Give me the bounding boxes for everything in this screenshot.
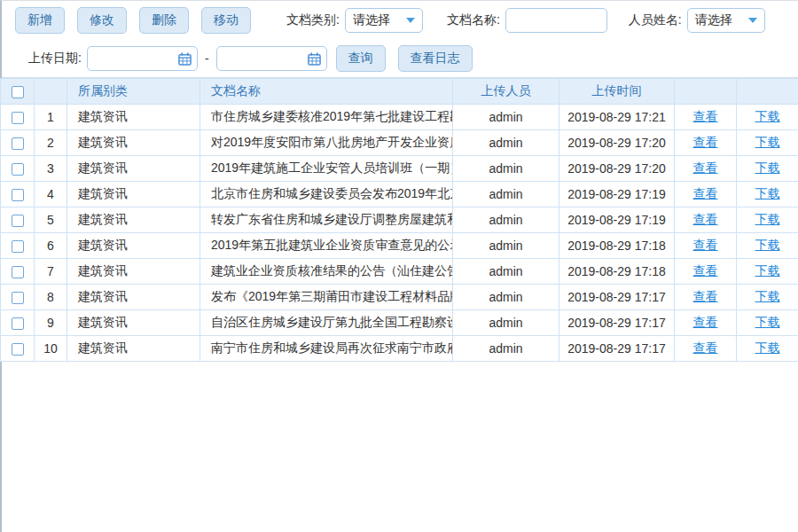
delete-button[interactable]: 删除 [139, 7, 189, 33]
row-index: 4 [35, 182, 67, 207]
row-index: 9 [35, 310, 67, 336]
row-category: 建筑资讯 [67, 285, 200, 310]
row-doc-name: 市住房城乡建委核准2019年第七批建设工程勘... [200, 105, 453, 130]
doc-category-label: 文档类别: [286, 12, 340, 28]
download-link[interactable]: 下载 [755, 186, 780, 200]
upload-date-to-field[interactable] [216, 46, 327, 71]
row-doc-name: 转发广东省住房和城乡建设厅调整房屋建筑和... [200, 207, 453, 233]
row-category: 建筑资讯 [67, 233, 200, 259]
row-index: 6 [35, 233, 67, 259]
upload-date-label: 上传日期: [28, 51, 82, 66]
row-upload-time: 2019-08-29 17:18 [559, 233, 675, 259]
header-category: 所属别类 [67, 79, 200, 105]
add-button[interactable]: 新增 [15, 7, 65, 33]
upload-date-from-field[interactable] [87, 46, 198, 71]
row-checkbox[interactable] [12, 317, 24, 330]
row-upload-time: 2019-08-29 17:19 [559, 207, 675, 233]
download-link[interactable]: 下载 [755, 263, 780, 278]
row-category: 建筑资讯 [67, 310, 200, 336]
row-checkbox[interactable] [12, 343, 24, 356]
row-checkbox[interactable] [12, 189, 24, 201]
upload-date-to-input[interactable] [224, 51, 308, 66]
row-uploader: admin [453, 336, 559, 362]
view-link[interactable]: 查看 [693, 289, 718, 303]
row-checkbox[interactable] [12, 163, 24, 176]
doc-category-value: 请选择 [353, 12, 406, 28]
row-doc-name: 2019年建筑施工企业安管人员培训班（一期）... [200, 156, 453, 182]
table-row: 2 建筑资讯 对2019年度安阳市第八批房地产开发企业资质... admin 2… [1, 130, 798, 156]
upload-date-from-input[interactable] [95, 51, 178, 66]
select-all-checkbox[interactable] [12, 86, 24, 98]
row-uploader: admin [453, 182, 559, 207]
view-link[interactable]: 查看 [693, 160, 718, 175]
view-link[interactable]: 查看 [693, 315, 718, 329]
download-link[interactable]: 下载 [755, 340, 780, 355]
row-checkbox[interactable] [12, 215, 24, 227]
row-checkbox[interactable] [12, 240, 24, 253]
row-index: 7 [35, 259, 67, 285]
row-checkbox[interactable] [12, 112, 24, 124]
person-name-value: 请选择 [695, 12, 748, 28]
header-index [35, 79, 67, 105]
table-row: 7 建筑资讯 建筑业企业资质核准结果的公告（汕住建公告... admin 201… [1, 259, 798, 285]
download-link[interactable]: 下载 [755, 315, 780, 329]
row-category: 建筑资讯 [67, 156, 200, 182]
download-link[interactable]: 下载 [755, 212, 780, 226]
table-body: 1 建筑资讯 市住房城乡建委核准2019年第七批建设工程勘... admin 2… [1, 105, 798, 362]
row-category: 建筑资讯 [67, 182, 200, 207]
table-row: 10 建筑资讯 南宁市住房和城乡建设局再次征求南宁市政府... admin 20… [1, 336, 798, 362]
table-row: 3 建筑资讯 2019年建筑施工企业安管人员培训班（一期）... admin 2… [1, 156, 798, 182]
view-link[interactable]: 查看 [693, 186, 718, 200]
move-button[interactable]: 移动 [201, 7, 251, 33]
view-link[interactable]: 查看 [693, 263, 718, 278]
row-checkbox[interactable] [12, 266, 24, 278]
table-header-row: 所属别类 文档名称 上传人员 上传时间 [1, 79, 798, 105]
document-table: 所属别类 文档名称 上传人员 上传时间 1 建筑资讯 市住房城乡建委核准2019… [0, 78, 798, 362]
date-range-separator: - [205, 51, 209, 66]
download-link[interactable]: 下载 [755, 238, 780, 252]
view-link[interactable]: 查看 [693, 212, 718, 226]
header-uploader: 上传人员 [453, 79, 559, 105]
row-doc-name: 2019年第五批建筑业企业资质审查意见的公示 [200, 233, 453, 259]
calendar-icon[interactable] [308, 52, 321, 66]
row-upload-time: 2019-08-29 17:17 [559, 285, 675, 310]
query-button[interactable]: 查询 [336, 45, 386, 71]
person-name-select[interactable]: 请选择 [687, 8, 765, 33]
download-link[interactable]: 下载 [755, 160, 780, 175]
row-doc-name: 建筑业企业资质核准结果的公告（汕住建公告... [200, 259, 453, 285]
row-upload-time: 2019-08-29 17:21 [559, 105, 675, 130]
row-index: 1 [35, 105, 67, 130]
view-log-button[interactable]: 查看日志 [398, 45, 473, 71]
row-index: 8 [35, 285, 67, 310]
download-link[interactable]: 下载 [755, 109, 780, 123]
doc-category-select[interactable]: 请选择 [345, 8, 423, 33]
document-manager-panel: 新增 修改 删除 移动 文档类别: 请选择 文档名称: 人员姓名: 请选择 上传… [0, 0, 798, 532]
row-checkbox[interactable] [12, 137, 24, 150]
doc-name-input[interactable] [505, 8, 607, 33]
row-doc-name: 自治区住房城乡建设厅第九批全国工程勘察设... [200, 310, 453, 336]
row-upload-time: 2019-08-29 17:20 [559, 130, 675, 156]
view-link[interactable]: 查看 [693, 340, 718, 355]
row-uploader: admin [453, 233, 559, 259]
header-download [737, 79, 798, 105]
row-doc-name: 对2019年度安阳市第八批房地产开发企业资质... [200, 130, 453, 156]
person-name-label: 人员姓名: [629, 12, 682, 28]
view-link[interactable]: 查看 [693, 109, 718, 123]
row-upload-time: 2019-08-29 17:18 [559, 259, 675, 285]
row-upload-time: 2019-08-29 17:19 [559, 182, 675, 207]
row-uploader: admin [453, 310, 559, 336]
calendar-icon[interactable] [178, 52, 192, 66]
view-link[interactable]: 查看 [693, 238, 718, 252]
row-checkbox[interactable] [12, 292, 24, 304]
row-uploader: admin [453, 207, 559, 233]
row-index: 5 [35, 207, 67, 233]
table-row: 6 建筑资讯 2019年第五批建筑业企业资质审查意见的公示 admin 2019… [1, 233, 798, 259]
row-category: 建筑资讯 [67, 130, 200, 156]
download-link[interactable]: 下载 [755, 135, 780, 149]
table-row: 8 建筑资讯 发布《2019年第三期莆田市建设工程材料品牌... admin 2… [1, 285, 798, 310]
view-link[interactable]: 查看 [693, 135, 718, 149]
edit-button[interactable]: 修改 [77, 7, 127, 33]
download-link[interactable]: 下载 [755, 289, 780, 303]
row-category: 建筑资讯 [67, 259, 200, 285]
toolbar-row-2: 上传日期: - [2, 40, 798, 78]
